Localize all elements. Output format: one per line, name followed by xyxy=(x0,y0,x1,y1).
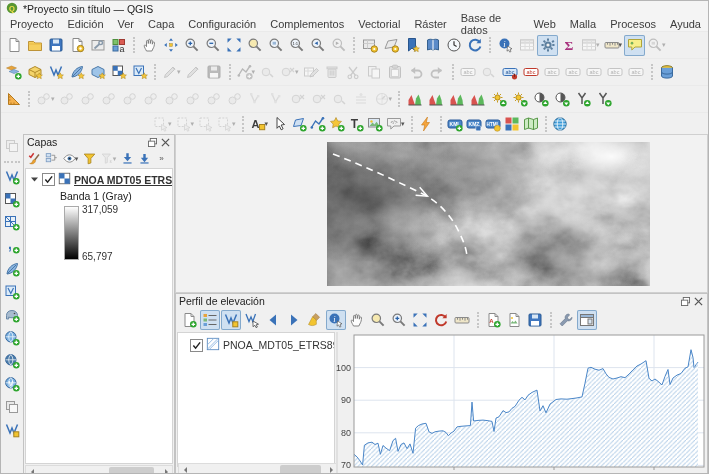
show-layout-manager-icon[interactable] xyxy=(87,35,108,56)
zoom-full-x-icon[interactable] xyxy=(368,310,388,330)
local-cumulative-cut-stretch-icon[interactable] xyxy=(446,89,467,110)
polygon-annotation-icon[interactable] xyxy=(289,114,308,133)
menu-ayuda[interactable]: Ayuda xyxy=(663,18,708,30)
line-annotation-icon[interactable] xyxy=(308,114,327,133)
marker-annotation-icon[interactable] xyxy=(327,114,346,133)
cad-tools-icon[interactable] xyxy=(3,89,24,110)
new-print-layout-icon[interactable] xyxy=(66,35,87,56)
project-open-icon[interactable] xyxy=(24,35,45,56)
scroll-right-icon[interactable] xyxy=(161,466,172,474)
zoom-native-icon[interactable]: 1:1 xyxy=(286,35,307,56)
zoom-out-icon[interactable] xyxy=(202,35,223,56)
zoom-last-icon[interactable] xyxy=(307,35,328,56)
float-profile-panel-icon[interactable] xyxy=(679,296,691,307)
expander-icon[interactable] xyxy=(30,174,39,186)
more-tools-icon[interactable]: » xyxy=(153,150,170,167)
decrease-gamma-icon[interactable] xyxy=(593,89,614,110)
increase-gamma-icon[interactable] xyxy=(572,89,593,110)
menu-edicion[interactable]: Edición xyxy=(60,18,110,30)
local-histogram-stretch-icon[interactable] xyxy=(404,89,425,110)
close-panel-icon[interactable] xyxy=(159,137,171,148)
increase-brightness-icon[interactable] xyxy=(488,89,509,110)
collapse-all-icon[interactable] xyxy=(136,150,153,167)
new-3d-map-view-icon[interactable] xyxy=(380,35,401,56)
refresh-map-icon[interactable] xyxy=(464,35,485,56)
project-save-icon[interactable] xyxy=(45,35,66,56)
form-annotation-icon[interactable]: </>▾ xyxy=(384,114,407,133)
layer-tree-item[interactable]: PNOA MDT05 ETRS89 HU xyxy=(30,172,172,187)
map-tips-icon[interactable] xyxy=(624,35,645,56)
style-manager-icon[interactable]: a xyxy=(108,35,129,56)
nudge-right-icon[interactable] xyxy=(284,310,304,330)
close-profile-panel-icon[interactable] xyxy=(692,296,704,307)
menu-ver[interactable]: Ver xyxy=(111,18,142,30)
clear-icon[interactable] xyxy=(305,310,325,330)
capture-curve-from-feature-icon[interactable] xyxy=(242,310,262,330)
layer-diagram-icon[interactable]: abc xyxy=(521,62,542,83)
db-manager-icon[interactable] xyxy=(657,62,678,83)
tile-wizard-icon[interactable] xyxy=(503,114,522,133)
increase-contrast-icon[interactable] xyxy=(530,89,551,110)
text-annotation-item-icon[interactable]: T xyxy=(346,114,365,133)
zoom-profile-in-icon[interactable] xyxy=(389,310,409,330)
scroll-left-icon[interactable] xyxy=(179,464,190,474)
show-layer-tree-icon[interactable] xyxy=(200,310,220,330)
add-wfs-layer-icon[interactable]: V xyxy=(2,374,22,394)
identify-profile-features-icon[interactable]: i xyxy=(326,310,346,330)
float-panel-icon[interactable] xyxy=(146,137,158,148)
elevation-profile-chart[interactable]: 7080901000 m5.00010.00015.000 m xyxy=(335,332,707,474)
zoom-full-icon[interactable] xyxy=(223,35,244,56)
new-map-view-icon[interactable] xyxy=(359,35,380,56)
profile-list-hscrollbar[interactable] xyxy=(178,463,338,474)
new-virtual-layer-icon[interactable] xyxy=(2,420,22,440)
measure-distances-icon[interactable] xyxy=(452,310,472,330)
filter-legend-icon[interactable] xyxy=(81,150,98,167)
open-data-source-manager-icon[interactable] xyxy=(3,62,24,83)
export-to-kml-icon[interactable]: KML xyxy=(446,114,465,133)
zoom-profile-full-icon[interactable] xyxy=(410,310,430,330)
open-layer-styling-panel-icon[interactable] xyxy=(26,150,43,167)
add-raster-layer-icon[interactable] xyxy=(2,190,22,210)
profile-layer-name[interactable]: PNOA_MDT05_ETRS89_HU30_0 xyxy=(223,339,334,351)
add-wcs-layer-icon[interactable] xyxy=(2,351,22,371)
menu-configuracion[interactable]: Configuración xyxy=(181,18,263,30)
menu-malla[interactable]: Malla xyxy=(563,18,603,30)
show-spatial-bookmarks-icon[interactable] xyxy=(422,35,443,56)
layer-labeling-icon[interactable]: abc xyxy=(500,62,521,83)
add-spatialite-layer-icon[interactable] xyxy=(2,259,22,279)
image-annotation-icon[interactable] xyxy=(365,114,384,133)
zoom-to-selection-icon[interactable] xyxy=(244,35,265,56)
menu-proyecto[interactable]: Proyecto xyxy=(3,18,60,30)
layer-name[interactable]: PNOA MDT05 ETRS89 HU xyxy=(74,174,172,186)
full-cumulative-cut-stretch-icon[interactable] xyxy=(467,89,488,110)
dock-panel-icon[interactable] xyxy=(577,310,597,330)
menu-capa[interactable]: Capa xyxy=(141,18,181,30)
new-spatialite-layer-icon[interactable] xyxy=(66,62,87,83)
full-histogram-stretch-icon[interactable] xyxy=(425,89,446,110)
profile-layer-item[interactable]: PNOA_MDT05_ETRS89_HU30_0 xyxy=(190,337,334,353)
menu-vectorial[interactable]: Vectorial xyxy=(351,18,407,30)
temporal-controller-icon[interactable] xyxy=(443,35,464,56)
profile-layer-list[interactable]: PNOA_MDT05_ETRS89_HU30_0 xyxy=(177,332,335,467)
add-layers-icon[interactable] xyxy=(179,310,199,330)
new-mesh-layer-icon[interactable] xyxy=(108,62,129,83)
menu-base-de-datos[interactable]: Base de datos xyxy=(454,12,527,36)
expand-all-icon[interactable] xyxy=(119,150,136,167)
export-as-image-icon[interactable] xyxy=(504,310,524,330)
add-group-icon[interactable] xyxy=(43,150,60,167)
profile-tool-plugin-icon[interactable] xyxy=(417,114,436,133)
capture-curve-icon[interactable] xyxy=(221,310,241,330)
layout-options-icon[interactable] xyxy=(556,310,576,330)
new-shapefile-layer-icon[interactable] xyxy=(45,62,66,83)
text-annotation-icon[interactable]: A▾ xyxy=(248,114,271,133)
layers-panel-hscrollbar[interactable] xyxy=(25,465,173,474)
decrease-contrast-icon[interactable] xyxy=(551,89,572,110)
zoom-to-layer-icon[interactable] xyxy=(265,35,286,56)
new-temporary-scratch-layer-icon[interactable] xyxy=(87,62,108,83)
decrease-brightness-icon[interactable] xyxy=(509,89,530,110)
export-to-kmz-icon[interactable]: KMZ xyxy=(465,114,484,133)
layer-tree[interactable]: PNOA MDT05 ETRS89 HU Banda 1 (Gray) 317,… xyxy=(25,168,173,464)
pan-to-selection-icon[interactable] xyxy=(160,35,181,56)
add-postgis-layer-icon[interactable] xyxy=(2,305,22,325)
new-geopackage-layer-icon[interactable] xyxy=(24,62,45,83)
